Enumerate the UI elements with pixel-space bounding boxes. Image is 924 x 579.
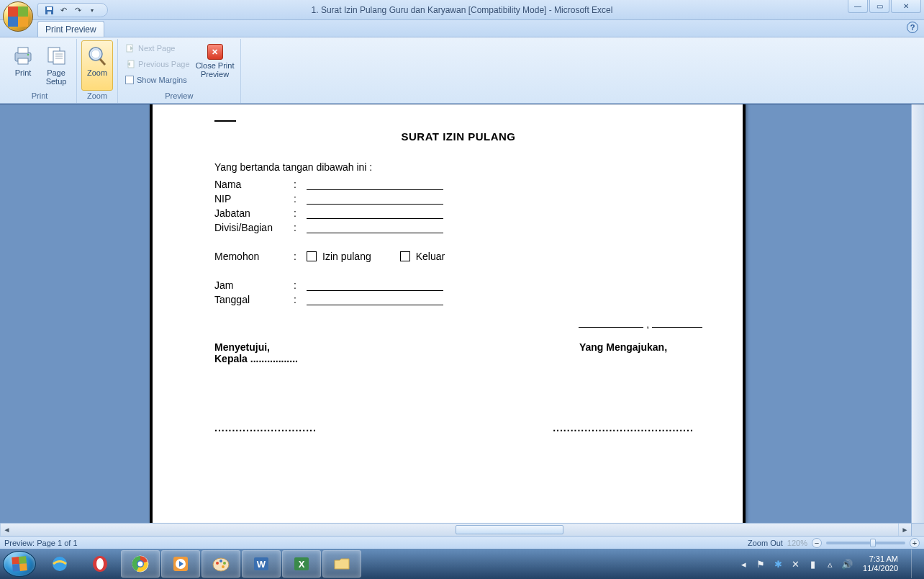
close-preview-button[interactable]: ✕ Close Print Preview [194, 40, 236, 91]
preview-area: SURAT IZIN PULANG Yang bertanda tangan d… [0, 104, 924, 536]
svg-rect-2 [47, 12, 51, 14]
page-setup-icon [45, 44, 68, 67]
taskbar-media-player[interactable] [161, 550, 200, 578]
zoom-percent: 120% [787, 539, 807, 547]
media-player-icon [171, 554, 191, 574]
help-button[interactable]: ? [907, 22, 918, 33]
sig-menyetujui: Menyetujui, [214, 341, 373, 353]
scroll-left-arrow[interactable]: ◄ [0, 524, 13, 536]
redo-icon[interactable]: ↷ [73, 5, 83, 15]
field-nama: Nama [214, 179, 294, 190]
taskbar-excel[interactable]: X [282, 550, 321, 578]
next-page-button: Next Page [122, 40, 193, 56]
tray-notify-icon[interactable]: ◂ [738, 558, 749, 570]
windows-logo-icon [12, 556, 27, 572]
scroll-corner [911, 523, 924, 536]
page-setup-label: Page Setup [41, 68, 71, 86]
svg-point-30 [222, 565, 225, 568]
maximize-button[interactable]: ▭ [869, 0, 889, 13]
previous-page-icon [125, 59, 135, 69]
taskbar-word[interactable]: W [242, 550, 281, 578]
taskbar-chrome[interactable] [121, 550, 160, 578]
next-page-label: Next Page [138, 44, 175, 53]
horizontal-scrollbar[interactable]: ◄ ► [0, 523, 911, 536]
office-logo-icon [8, 6, 28, 27]
undo-icon[interactable]: ↶ [58, 5, 68, 15]
show-desktop-button[interactable] [911, 549, 921, 578]
field-jabatan: Jabatan [214, 207, 294, 219]
tray-bluetooth-icon[interactable]: ✱ [772, 558, 784, 570]
group-print: Print Page Setup Print [3, 39, 77, 103]
ie-icon [50, 554, 70, 574]
zoom-button[interactable]: Zoom [81, 40, 113, 91]
chrome-icon [130, 554, 150, 574]
printer-icon [12, 44, 35, 67]
close-icon: ✕ [207, 44, 223, 60]
taskbar-paint[interactable] [201, 550, 240, 578]
start-button[interactable] [3, 551, 36, 577]
tray-action-icon[interactable]: ✕ [789, 558, 801, 570]
zoom-slider-thumb[interactable] [870, 539, 876, 547]
zoom-icon [86, 44, 109, 67]
taskbar-clock[interactable]: 7:31 AM 11/4/2020 [859, 555, 902, 573]
svg-rect-4 [18, 48, 28, 53]
sig-left-dots: ............................. [214, 422, 373, 434]
status-page-info: Preview: Page 1 of 1 [4, 539, 78, 547]
save-icon[interactable] [44, 5, 54, 15]
opt-keluar: Keluar [416, 251, 445, 262]
svg-rect-8 [53, 51, 65, 64]
previous-page-button: Previous Page [122, 56, 193, 72]
taskbar-explorer[interactable] [322, 550, 361, 578]
scroll-right-arrow[interactable]: ► [898, 524, 911, 536]
clock-date: 11/4/2020 [863, 564, 898, 573]
zoom-minus-button[interactable]: − [812, 538, 822, 548]
vertical-scrollbar[interactable] [911, 104, 924, 523]
zoom-slider[interactable] [826, 542, 905, 544]
preview-canvas[interactable]: SURAT IZIN PULANG Yang bertanda tangan d… [6, 104, 911, 523]
previous-page-label: Previous Page [138, 60, 190, 68]
tray-security-icon[interactable]: ⚑ [755, 558, 766, 570]
page-setup-button[interactable]: Page Setup [40, 40, 72, 91]
tab-print-preview[interactable]: Print Preview [37, 21, 104, 37]
svg-rect-1 [47, 7, 52, 10]
svg-text:X: X [299, 559, 305, 570]
minimize-button[interactable]: — [848, 0, 868, 13]
checkbox-icon [125, 76, 134, 84]
svg-rect-5 [18, 58, 28, 64]
taskbar: W X ◂ ⚑ ✱ ✕ ▮ ▵ 🔊 7:31 AM 11/4/2020 [0, 549, 924, 579]
next-page-icon [125, 43, 135, 53]
svg-point-6 [27, 54, 29, 55]
close-preview-label-1: Close Print [196, 61, 235, 70]
system-tray: ◂ ⚑ ✱ ✕ ▮ ▵ 🔊 7:31 AM 11/4/2020 [738, 549, 921, 578]
print-label: Print [15, 68, 32, 77]
window-title: 1. Surat Izin Pulang Guru dan Karyawan [… [312, 5, 613, 15]
tray-volume-icon[interactable]: 🔊 [841, 558, 853, 570]
folder-icon [332, 554, 352, 574]
field-memohon: Memohon [214, 251, 294, 262]
tray-network-icon[interactable]: ▵ [824, 558, 835, 570]
zoom-plus-button[interactable]: + [910, 538, 920, 548]
word-icon: W [251, 554, 271, 574]
quick-access-toolbar: ↶ ↷ ▾ [37, 3, 108, 17]
svg-point-27 [216, 562, 219, 565]
taskbar-ie[interactable] [40, 550, 79, 578]
svg-point-29 [223, 562, 226, 565]
group-print-label: Print [7, 91, 72, 103]
close-window-button[interactable]: ✕ [891, 0, 921, 13]
page-preview: SURAT IZIN PULANG Yang bertanda tangan d… [150, 104, 746, 523]
show-margins-checkbox[interactable]: Show Margins [122, 72, 193, 88]
opera-icon [90, 554, 110, 574]
field-tanggal: Tanggal [214, 294, 294, 305]
checkbox-keluar [400, 251, 410, 261]
qat-more-icon[interactable]: ▾ [87, 5, 97, 15]
zoom-out-label: Zoom Out [748, 539, 783, 547]
print-button[interactable]: Print [7, 40, 39, 91]
group-zoom: Zoom Zoom [77, 39, 118, 103]
taskbar-opera[interactable] [81, 550, 119, 578]
tray-battery-icon[interactable]: ▮ [807, 558, 818, 570]
office-button[interactable] [3, 1, 33, 32]
svg-point-13 [91, 50, 100, 58]
show-margins-label: Show Margins [137, 76, 187, 84]
field-divisi: Divisi/Bagian [214, 222, 294, 233]
hscroll-thumb[interactable] [456, 525, 563, 534]
